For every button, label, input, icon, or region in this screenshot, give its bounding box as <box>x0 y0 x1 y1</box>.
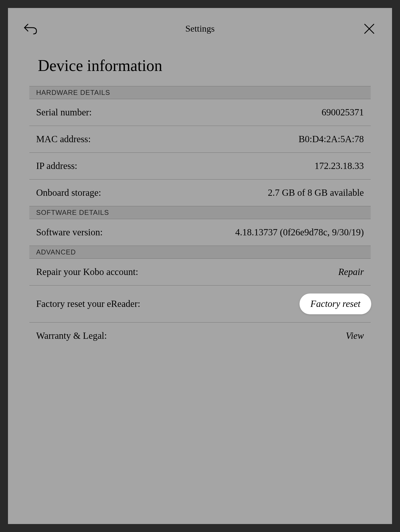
version-label: Software version: <box>36 227 103 238</box>
factory-reset-highlight: Factory reset <box>300 293 371 314</box>
page-title: Device information <box>29 56 371 75</box>
mac-value: B0:D4:2A:5A:78 <box>299 134 364 144</box>
settings-screen: Settings Device information HARDWARE DET… <box>8 8 392 524</box>
warranty-row: Warranty & Legal: View <box>29 323 371 349</box>
ip-value: 172.23.18.33 <box>315 161 364 171</box>
repair-label: Repair your Kobo account: <box>36 267 138 277</box>
factory-reset-button[interactable]: Factory reset <box>310 299 360 309</box>
close-button[interactable] <box>362 22 376 36</box>
ip-label: IP address: <box>36 161 77 171</box>
repair-button[interactable]: Repair <box>338 267 364 277</box>
hardware-section-header: HARDWARE DETAILS <box>29 86 371 99</box>
software-version-row: Software version: 4.18.13737 (0f26e9d78c… <box>29 219 371 246</box>
close-icon <box>364 23 375 34</box>
version-value: 4.18.13737 (0f26e9d78c, 9/30/19) <box>235 227 364 238</box>
storage-label: Onboard storage: <box>36 187 101 198</box>
storage-row: Onboard storage: 2.7 GB of 8 GB availabl… <box>29 180 371 206</box>
ip-address-row: IP address: 172.23.18.33 <box>29 153 371 180</box>
header-title: Settings <box>185 23 215 34</box>
storage-value: 2.7 GB of 8 GB available <box>268 187 364 198</box>
serial-label: Serial number: <box>36 107 92 118</box>
advanced-section-header: ADVANCED <box>29 246 371 259</box>
serial-number-row: Serial number: 690025371 <box>29 99 371 126</box>
back-button[interactable] <box>24 22 38 36</box>
header-bar: Settings <box>8 8 392 39</box>
mac-address-row: MAC address: B0:D4:2A:5A:78 <box>29 126 371 153</box>
warranty-label: Warranty & Legal: <box>36 331 107 341</box>
factory-reset-row: Factory reset your eReader: Factory rese… <box>29 286 371 323</box>
reset-label: Factory reset your eReader: <box>36 299 140 309</box>
content-area: Device information HARDWARE DETAILS Seri… <box>8 39 392 349</box>
warranty-view-button[interactable]: View <box>346 331 364 341</box>
software-section-header: SOFTWARE DETAILS <box>29 206 371 219</box>
mac-label: MAC address: <box>36 134 91 144</box>
serial-value: 690025371 <box>322 107 364 118</box>
repair-account-row: Repair your Kobo account: Repair <box>29 259 371 286</box>
back-arrow-icon <box>24 23 38 35</box>
